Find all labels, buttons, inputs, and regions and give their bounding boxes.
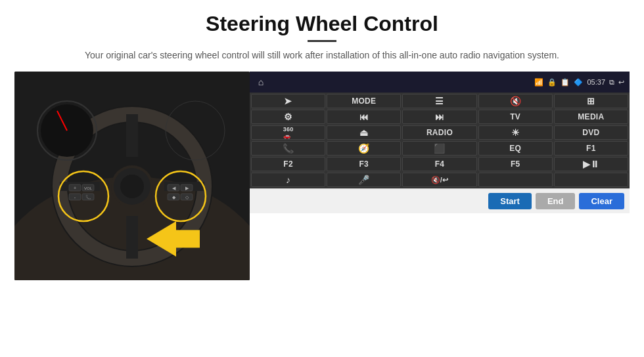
svg-text:+: + <box>74 186 76 190</box>
clear-button[interactable]: Clear <box>579 193 624 209</box>
action-bar: Start End Clear <box>250 188 630 213</box>
svg-text:VOL: VOL <box>84 186 93 190</box>
car-image: + - VOL 📞 ◀ ▶ ◆ ◇ <box>14 72 250 280</box>
call-icon: 🔇/↩ <box>431 176 449 184</box>
media-button[interactable]: MEDIA <box>554 110 628 124</box>
next-button[interactable]: ⏭ <box>402 110 476 124</box>
list-button[interactable]: ☰ <box>402 94 476 108</box>
settings-button[interactable]: ⚙ <box>251 110 325 124</box>
end-button[interactable]: End <box>536 193 576 209</box>
playpause-icon: ▶⏸ <box>583 159 600 169</box>
empty2 <box>554 173 628 187</box>
brightness-icon: ☀ <box>511 127 520 138</box>
mute-icon: 🔇 <box>510 96 521 106</box>
control-panel: ⌂ 📶 🔒 📋 🔷 05:37 ⧉ ↩ ➤ MODE ☰ 🔇 ⊞ ⚙ ⏮ ⏭ <box>250 72 630 213</box>
playpause-button[interactable]: ▶⏸ <box>554 157 628 171</box>
wifi-icon: 📶 <box>534 78 543 87</box>
f4-button[interactable]: F4 <box>402 157 476 171</box>
sim-icon: 📋 <box>561 78 570 87</box>
time-display: 05:37 <box>587 78 605 86</box>
phone-icon: 📞 <box>283 143 294 154</box>
f2-button[interactable]: F2 <box>251 157 325 171</box>
home-icon[interactable]: ⌂ <box>255 76 267 88</box>
f1-button[interactable]: F1 <box>554 141 628 156</box>
screen-icon: ⬛ <box>434 143 445 154</box>
status-bar: ⌂ 📶 🔒 📋 🔷 05:37 ⧉ ↩ <box>250 72 630 93</box>
svg-point-10 <box>120 175 144 198</box>
lock-icon: 🔒 <box>547 78 557 87</box>
content-area: + - VOL 📞 ◀ ▶ ◆ ◇ <box>0 72 644 280</box>
empty1 <box>478 173 553 187</box>
dvd-button[interactable]: DVD <box>554 125 628 140</box>
svg-text:📞: 📞 <box>85 194 91 200</box>
music-button[interactable]: ♪ <box>251 173 325 187</box>
mic-icon: 🎤 <box>358 175 369 185</box>
status-right: 📶 🔒 📋 🔷 05:37 ⧉ ↩ <box>534 78 624 87</box>
back-icon[interactable]: ↩ <box>618 78 624 87</box>
music-icon: ♪ <box>286 175 290 185</box>
mic-button[interactable]: 🎤 <box>327 173 401 187</box>
button-grid: ➤ MODE ☰ 🔇 ⊞ ⚙ ⏮ ⏭ TV MEDIA 360🚗 ⏏ RADIO… <box>250 93 630 188</box>
f5-button[interactable]: F5 <box>478 157 553 171</box>
nav2-button[interactable]: 🧭 <box>327 141 401 156</box>
nav-icon: ➤ <box>284 96 292 106</box>
mode-button[interactable]: MODE <box>327 94 401 108</box>
call-button[interactable]: 🔇/↩ <box>402 173 476 187</box>
nav-button[interactable]: ➤ <box>251 94 325 108</box>
360cam-button[interactable]: 360🚗 <box>251 125 325 140</box>
compass-icon: 🧭 <box>358 143 369 154</box>
eq-button[interactable]: EQ <box>478 141 553 156</box>
window-icon: ⧉ <box>609 78 614 87</box>
page-title: Steering Wheel Control <box>0 0 644 40</box>
radio-button[interactable]: RADIO <box>402 125 476 140</box>
screen-button[interactable]: ⬛ <box>402 141 476 156</box>
brightness-button[interactable]: ☀ <box>478 125 553 140</box>
prev-icon: ⏮ <box>359 112 369 122</box>
f3-button[interactable]: F3 <box>327 157 401 171</box>
tv-button[interactable]: TV <box>478 110 553 124</box>
apps-button[interactable]: ⊞ <box>554 94 628 108</box>
subtitle: Your original car's steering wheel contr… <box>0 49 644 72</box>
phone-button[interactable]: 📞 <box>251 141 325 156</box>
360cam-icon: 360🚗 <box>283 126 294 139</box>
start-button[interactable]: Start <box>488 193 532 209</box>
prev-button[interactable]: ⏮ <box>327 110 401 124</box>
next-icon: ⏭ <box>435 112 444 122</box>
mute-button[interactable]: 🔇 <box>478 94 553 108</box>
title-divider <box>308 40 336 42</box>
eject-icon: ⏏ <box>359 127 368 138</box>
bluetooth-icon: 🔷 <box>574 78 583 87</box>
list-icon: ☰ <box>435 96 444 106</box>
settings-icon: ⚙ <box>284 112 292 122</box>
apps-icon: ⊞ <box>587 96 595 106</box>
eject-button[interactable]: ⏏ <box>327 125 401 140</box>
